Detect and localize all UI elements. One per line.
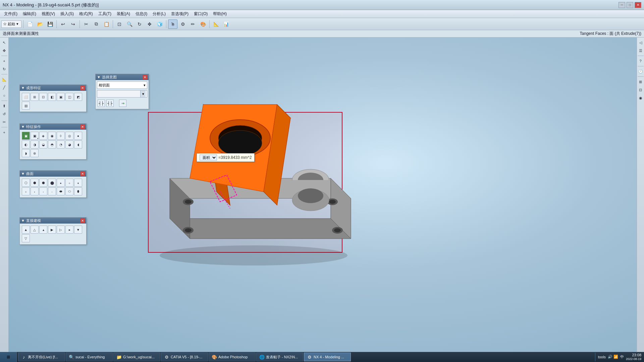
surf-icon-5[interactable]: ⬥	[57, 179, 65, 187]
rp-btn-7[interactable]: ◉	[637, 94, 644, 102]
menu-view[interactable]: 视图(V)	[39, 10, 58, 18]
surf-icon-7[interactable]: ⬧	[74, 179, 82, 187]
open-button[interactable]: 📂	[35, 19, 45, 29]
surf-icon-13[interactable]: ⬭	[65, 187, 73, 195]
lt-select[interactable]: ↖	[1, 39, 8, 46]
menu-info[interactable]: 信息(I)	[133, 10, 150, 18]
direct-icon-1[interactable]: ▲	[22, 226, 30, 234]
sel-btn-arrow[interactable]: ⇒	[119, 100, 126, 107]
new-button[interactable]: 📄	[25, 19, 35, 29]
lt-line[interactable]: ╱	[1, 84, 8, 91]
surf-icon-3[interactable]: ⬣	[39, 179, 47, 187]
measure-type-combo[interactable]: 面积 周长 面积	[200, 155, 217, 161]
feature-btn[interactable]: ⚙	[178, 19, 187, 29]
paste-btn[interactable]: 📋	[102, 19, 111, 29]
feat-icon-15[interactable]: ⊛	[31, 149, 39, 157]
feat-icon-6[interactable]: ●	[74, 132, 82, 140]
taskbar-app-nx[interactable]: ⚙ NX 4 - Modeling ...	[304, 353, 351, 361]
copy-btn[interactable]: ⧉	[92, 19, 101, 29]
menu-help[interactable]: 帮助(H)	[210, 10, 229, 18]
menu-window[interactable]: 窗口(O)	[191, 10, 210, 18]
taskbar-app-music[interactable]: ♪ 离不开你(Live) [f...	[18, 353, 65, 361]
menu-file[interactable]: 文件(E)	[1, 10, 20, 18]
panel-surface-expand[interactable]: ▼	[21, 172, 25, 176]
render-btn[interactable]: 🎨	[198, 19, 208, 29]
forming-icon-8[interactable]: ▤	[22, 102, 30, 110]
cut-btn[interactable]: ✂	[82, 19, 91, 29]
feat-icon-3[interactable]: ◉	[48, 132, 56, 140]
lt-zoom[interactable]: +	[1, 57, 8, 65]
menu-preferences[interactable]: 首选项(P)	[168, 10, 191, 18]
lt-revolve[interactable]: ↺	[1, 110, 8, 118]
surf-icon-12[interactable]: ⬬	[57, 187, 65, 195]
lt-pan[interactable]: ✥	[1, 47, 8, 54]
save-button[interactable]: 💾	[45, 19, 55, 29]
rotate-btn[interactable]: ↻	[135, 19, 144, 29]
forming-icon-5[interactable]: ▣	[57, 93, 65, 101]
surf-icon-11[interactable]: ⬫	[48, 187, 56, 195]
menu-tools[interactable]: 工具(T)	[96, 10, 114, 18]
analysis-btn[interactable]: 📊	[221, 19, 231, 29]
surf-icon-10[interactable]: ⬪	[39, 187, 47, 195]
direct-icon-2[interactable]: △	[31, 226, 39, 234]
rp-btn-3[interactable]: ?	[637, 57, 644, 65]
surf-icon-9[interactable]: ⬩	[31, 187, 39, 195]
rp-btn-5[interactable]: ⊞	[637, 78, 644, 85]
panel-features-expand[interactable]: ▼	[21, 125, 25, 129]
forming-icon-7[interactable]: ◩	[74, 93, 82, 101]
forming-icon-3[interactable]: ⊡	[39, 93, 47, 101]
forming-icon-6[interactable]: ◫	[65, 93, 73, 101]
taskbar-app-browser[interactable]: 🌐 发表帖子 - NX2\N...	[256, 353, 303, 361]
surf-icon-4[interactable]: ⬤	[48, 179, 56, 187]
select-btn[interactable]: 🖱	[168, 19, 177, 29]
direct-icon-8[interactable]: ▽	[22, 234, 30, 242]
redo-btn[interactable]: ↪	[68, 19, 78, 29]
feat-icon-1b[interactable]: ▣▾	[31, 132, 39, 140]
sel-btn-1[interactable]: ┤├	[98, 100, 105, 107]
taskbar-app-explorer[interactable]: 📁 G:\work_ug\sucai...	[113, 353, 160, 361]
feat-icon-13[interactable]: ◖	[74, 140, 82, 148]
forming-icon-4[interactable]: ◧	[48, 93, 56, 101]
maximize-button[interactable]: □	[627, 2, 633, 8]
start-combo[interactable]: ☆ 起始▾	[1, 20, 21, 28]
feat-icon-11[interactable]: ◔	[57, 140, 65, 148]
lt-trim[interactable]: ✂	[1, 118, 8, 126]
feat-icon-4[interactable]: ◊	[57, 132, 65, 140]
forming-icon-1[interactable]: ⬜	[22, 93, 30, 101]
rp-btn-6[interactable]: ⊡	[637, 86, 644, 94]
measure-btn[interactable]: 📐	[211, 19, 221, 29]
forming-icon-2[interactable]: ⊞	[31, 93, 39, 101]
lt-rotate[interactable]: ↻	[1, 65, 8, 73]
surf-icon-14[interactable]: ⬮	[74, 187, 82, 195]
lt-circle[interactable]: ○	[1, 92, 8, 99]
feat-icon-2[interactable]: ◈	[39, 132, 47, 140]
menu-assembly[interactable]: 装配(A)	[114, 10, 133, 18]
panel-forming-expand[interactable]: ▼	[21, 86, 25, 90]
feat-icon-1[interactable]: ▣	[22, 132, 30, 140]
feat-icon-10[interactable]: ◓	[48, 140, 56, 148]
panel-surface-close[interactable]: ✕	[80, 171, 85, 176]
direct-icon-4[interactable]: ▶	[48, 226, 56, 234]
panel-forming-close[interactable]: ✕	[80, 85, 85, 90]
feat-icon-7[interactable]: ◐	[22, 140, 30, 148]
start-button[interactable]: ⊞	[0, 352, 17, 362]
surf-icon-1[interactable]: ⬡	[22, 179, 30, 187]
rp-btn-4[interactable]: 🕐	[637, 68, 644, 75]
undo-btn[interactable]: ↩	[58, 19, 68, 29]
menu-insert[interactable]: 插入(S)	[58, 10, 76, 18]
feat-icon-8[interactable]: ◑	[31, 140, 39, 148]
taskbar-app-everything[interactable]: 🔍 sucai - Everything	[66, 353, 113, 361]
direct-icon-3[interactable]: ▴	[39, 226, 47, 234]
feat-icon-14[interactable]: ◗	[22, 149, 30, 157]
panel-features-close[interactable]: ✕	[80, 124, 85, 129]
surf-icon-8[interactable]: ⬨	[22, 187, 30, 195]
panel-direct-close[interactable]: ✕	[80, 218, 85, 223]
sel-btn-2[interactable]: ┤├	[106, 100, 114, 107]
zoom-in-btn[interactable]: 🔍	[125, 19, 134, 29]
taskbar-app-catia[interactable]: ⚙ CATIA V5 - [8.19-...	[161, 353, 208, 361]
lt-add[interactable]: +	[1, 129, 8, 136]
minimize-button[interactable]: ─	[619, 2, 625, 8]
direct-icon-5[interactable]: ▷	[57, 226, 65, 234]
panel-direct-expand[interactable]: ▼	[21, 219, 25, 223]
lt-measure[interactable]: 📐	[1, 76, 8, 83]
